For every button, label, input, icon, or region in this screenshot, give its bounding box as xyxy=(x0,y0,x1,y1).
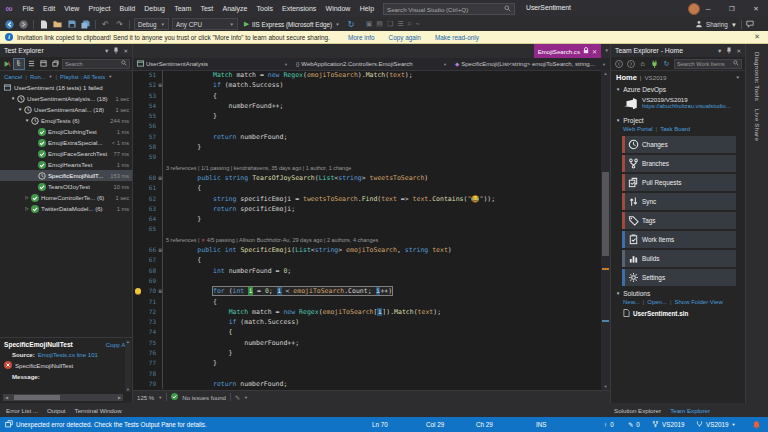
code-line[interactable]: 63 return specificEmoji; xyxy=(133,204,601,214)
code-line[interactable]: 75 numberFound++; xyxy=(133,338,601,348)
code-line[interactable]: 53 { xyxy=(133,91,601,101)
navigate-forward-icon[interactable] xyxy=(18,19,29,30)
code-line[interactable]: 70⊟ for (int i = 0; i < emojiToSearch.Co… xyxy=(133,286,601,296)
account-url-link[interactable]: https://abuchholtzau.visualstudio... xyxy=(642,103,731,109)
fold-margin[interactable]: ⊟ xyxy=(158,80,166,90)
panel-tab-team-explorer[interactable]: Team Explorer xyxy=(670,407,710,414)
panel-tab-output[interactable]: Output xyxy=(47,407,66,414)
test-tree-item[interactable]: ▷TwitterDataModel... (6)1 ms xyxy=(0,203,132,214)
fold-margin[interactable]: ⊟ xyxy=(158,173,166,183)
open-file-icon[interactable] xyxy=(52,19,63,30)
pin-icon[interactable] xyxy=(113,47,119,55)
nav-button-sync[interactable]: Sync xyxy=(622,193,736,210)
code-line[interactable]: 74 { xyxy=(133,327,601,337)
menu-extensions[interactable]: Extensions xyxy=(278,0,321,17)
project-section[interactable]: ▼Project xyxy=(611,115,745,126)
code-editor[interactable]: 51 Match match = new Regex(emojiToSearch… xyxy=(133,70,601,390)
menu-edit[interactable]: Edit xyxy=(38,0,59,17)
branch-picker[interactable]: VS2019 ▼ xyxy=(696,417,735,432)
uncommitted-changes[interactable]: ✎0 xyxy=(628,417,640,432)
panel-tab-terminal-window[interactable]: Terminal Window xyxy=(75,407,122,414)
code-line[interactable]: 58 } xyxy=(133,142,601,152)
fold-margin[interactable]: ⊟ xyxy=(158,245,166,255)
test-search-input[interactable]: Search xyxy=(62,59,130,69)
link-new-[interactable]: New... xyxy=(623,299,640,305)
notification-link-more-info[interactable]: More info xyxy=(348,34,375,41)
home-icon[interactable]: ⌂ xyxy=(638,59,647,68)
tab-overflow-icon[interactable]: ▼ xyxy=(605,48,609,53)
navigate-back-icon[interactable] xyxy=(4,19,15,30)
code-line[interactable]: 51 Match match = new Regex(emojiToSearch… xyxy=(133,70,601,80)
test-tree-item[interactable]: SpecificEmojiNullT...153 ms xyxy=(0,170,132,181)
menu-window[interactable]: Window xyxy=(321,0,355,17)
panel-tab-error-list-[interactable]: Error List ... xyxy=(6,407,38,414)
code-line[interactable]: 71 { xyxy=(133,297,601,307)
quick-search-input[interactable]: Search Visual Studio (Ctrl+Q) xyxy=(383,3,515,15)
azure-devops-section[interactable]: ▼Azure DevOps xyxy=(611,84,745,95)
document-tab-emojisearch[interactable]: EmojiSearch.cs ✕ xyxy=(534,44,601,58)
code-line[interactable]: 57 return numberFound; xyxy=(133,132,601,142)
zoom-level-dropdown[interactable]: 125 % xyxy=(137,394,154,401)
close-button[interactable]: ✕ xyxy=(744,0,768,17)
test-tree-item[interactable]: ▼UserSentimentAnalysis... (18)1 sec xyxy=(0,93,132,104)
chevron-down-icon[interactable]: ▼ xyxy=(104,48,109,54)
sharing-button[interactable]: Sharing xyxy=(706,21,728,28)
close-icon[interactable]: ✕ xyxy=(123,48,128,54)
code-line[interactable]: 59 xyxy=(133,152,601,162)
code-line[interactable]: 62 string specificEmoji = tweetsToSearch… xyxy=(133,194,601,204)
save-icon[interactable] xyxy=(66,19,77,30)
solution-item[interactable]: UserSentiment.sln xyxy=(611,307,745,318)
nav-button-tags[interactable]: Tags xyxy=(622,212,736,229)
code-line[interactable]: 73 if (match.Success) xyxy=(133,317,601,327)
issues-status[interactable]: No issues found xyxy=(182,394,226,401)
code-line[interactable]: 55 } xyxy=(133,111,601,121)
outgoing-commits[interactable]: ↑0 xyxy=(604,417,614,432)
code-line[interactable]: 67 { xyxy=(133,255,601,265)
menu-view[interactable]: View xyxy=(60,0,84,17)
code-line[interactable]: 64 } xyxy=(133,214,601,224)
minimize-button[interactable]: ─ xyxy=(696,0,720,17)
menu-analyze[interactable]: Analyze xyxy=(218,0,252,17)
nav-button-builds[interactable]: Builds xyxy=(622,250,736,267)
code-line[interactable]: 61 { xyxy=(133,183,601,193)
menu-tools[interactable]: Tools xyxy=(252,0,278,17)
notification-link-copy-again[interactable]: Copy again xyxy=(389,34,421,41)
forward-icon[interactable] xyxy=(626,59,635,68)
connect-icon[interactable] xyxy=(650,59,659,68)
test-tree-item[interactable]: EmojiClothingTest1 ms xyxy=(0,126,132,137)
code-line[interactable]: 52⊟ if (match.Success) xyxy=(133,80,601,90)
refresh-icon[interactable]: ↻ xyxy=(662,59,671,68)
test-tree-item[interactable]: ▷HomeControllerTe... (6)1 sec xyxy=(0,192,132,203)
secondary-toolbar-icons[interactable]: ▣▤❏☰⌗⌁ xyxy=(366,20,420,28)
side-tab-diagnostic-tools[interactable]: Diagnostic Tools xyxy=(754,52,761,101)
source-link[interactable]: EmojiTests.cs line 101 xyxy=(38,351,98,358)
code-line[interactable]: 60⊟ public string TearsOfJoySearch(List<… xyxy=(133,173,601,183)
close-icon[interactable]: ✕ xyxy=(592,48,597,55)
feedback-icon[interactable] xyxy=(746,20,754,29)
code-line[interactable]: 77 } xyxy=(133,358,601,368)
nav-button-settings[interactable]: Settings xyxy=(622,269,736,286)
menu-team[interactable]: Team xyxy=(170,0,196,17)
breadcrumb-project[interactable]: UserSentimentAnalysis▼ xyxy=(133,60,292,68)
undo-icon[interactable]: ↶ xyxy=(100,19,111,30)
link-open-[interactable]: Open... xyxy=(647,299,667,305)
link-task-board[interactable]: Task Board xyxy=(660,126,690,132)
menu-help[interactable]: Help xyxy=(355,0,379,17)
notification-link-make-read-only[interactable]: Make read-only xyxy=(435,34,479,41)
nav-button-work-items[interactable]: Work Items xyxy=(622,231,736,248)
cancel-link[interactable]: Cancel xyxy=(4,74,22,80)
team-explorer-page-header[interactable]: Home | VS2019 ▼ xyxy=(611,71,745,84)
code-line[interactable]: 78 xyxy=(133,369,601,379)
new-project-icon[interactable] xyxy=(38,19,49,30)
menu-file[interactable]: File xyxy=(18,0,38,17)
close-icon[interactable]: ✕ xyxy=(736,48,741,54)
run-tests-icon[interactable] xyxy=(2,59,12,69)
notification-bell-icon[interactable] xyxy=(752,417,761,432)
maximize-button[interactable]: ❐ xyxy=(720,0,744,17)
menu-debug[interactable]: Debug xyxy=(140,0,170,17)
test-tree-item[interactable]: ▼EmojiTests (6)244 ms xyxy=(0,115,132,126)
repository-picker[interactable]: VS2019 xyxy=(652,417,684,432)
side-tab-live-share[interactable]: Live Share xyxy=(754,109,761,141)
redo-icon[interactable]: ↷ xyxy=(114,19,125,30)
refresh-icon[interactable]: ↻ xyxy=(346,19,357,30)
